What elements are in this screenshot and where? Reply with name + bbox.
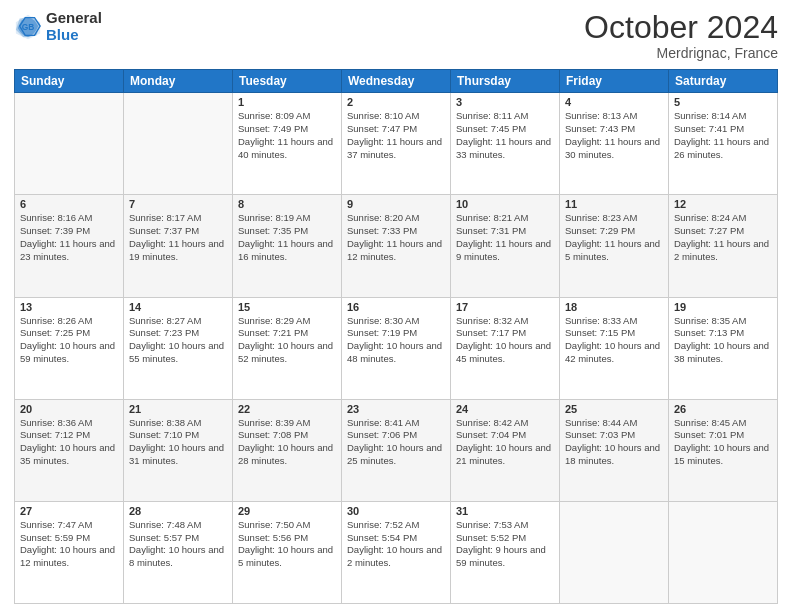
day-info: Sunrise: 7:52 AMSunset: 5:54 PMDaylight:…: [347, 519, 445, 570]
calendar-cell-2-1: 6Sunrise: 8:16 AMSunset: 7:39 PMDaylight…: [15, 195, 124, 297]
col-friday: Friday: [560, 70, 669, 93]
day-number: 27: [20, 505, 118, 517]
day-info: Sunrise: 8:29 AMSunset: 7:21 PMDaylight:…: [238, 315, 336, 366]
day-number: 2: [347, 96, 445, 108]
day-info: Sunrise: 8:19 AMSunset: 7:35 PMDaylight:…: [238, 212, 336, 263]
calendar-cell-3-5: 17Sunrise: 8:32 AMSunset: 7:17 PMDayligh…: [451, 297, 560, 399]
day-info: Sunrise: 8:10 AMSunset: 7:47 PMDaylight:…: [347, 110, 445, 161]
day-info: Sunrise: 8:30 AMSunset: 7:19 PMDaylight:…: [347, 315, 445, 366]
calendar-cell-4-5: 24Sunrise: 8:42 AMSunset: 7:04 PMDayligh…: [451, 399, 560, 501]
calendar-cell-3-3: 15Sunrise: 8:29 AMSunset: 7:21 PMDayligh…: [233, 297, 342, 399]
day-info: Sunrise: 8:16 AMSunset: 7:39 PMDaylight:…: [20, 212, 118, 263]
calendar-week-1: 1Sunrise: 8:09 AMSunset: 7:49 PMDaylight…: [15, 93, 778, 195]
day-info: Sunrise: 8:41 AMSunset: 7:06 PMDaylight:…: [347, 417, 445, 468]
calendar-week-2: 6Sunrise: 8:16 AMSunset: 7:39 PMDaylight…: [15, 195, 778, 297]
day-number: 7: [129, 198, 227, 210]
month-title: October 2024: [584, 10, 778, 45]
day-number: 6: [20, 198, 118, 210]
calendar-cell-1-3: 1Sunrise: 8:09 AMSunset: 7:49 PMDaylight…: [233, 93, 342, 195]
calendar-cell-4-6: 25Sunrise: 8:44 AMSunset: 7:03 PMDayligh…: [560, 399, 669, 501]
day-number: 11: [565, 198, 663, 210]
day-info: Sunrise: 8:20 AMSunset: 7:33 PMDaylight:…: [347, 212, 445, 263]
col-sunday: Sunday: [15, 70, 124, 93]
day-number: 17: [456, 301, 554, 313]
day-number: 28: [129, 505, 227, 517]
logo-blue-text: Blue: [46, 27, 102, 44]
col-monday: Monday: [124, 70, 233, 93]
calendar-cell-4-7: 26Sunrise: 8:45 AMSunset: 7:01 PMDayligh…: [669, 399, 778, 501]
calendar-cell-5-6: [560, 501, 669, 603]
col-saturday: Saturday: [669, 70, 778, 93]
day-number: 14: [129, 301, 227, 313]
calendar-cell-3-2: 14Sunrise: 8:27 AMSunset: 7:23 PMDayligh…: [124, 297, 233, 399]
svg-text:GB: GB: [22, 21, 35, 31]
calendar-cell-3-6: 18Sunrise: 8:33 AMSunset: 7:15 PMDayligh…: [560, 297, 669, 399]
calendar-cell-1-5: 3Sunrise: 8:11 AMSunset: 7:45 PMDaylight…: [451, 93, 560, 195]
day-number: 30: [347, 505, 445, 517]
day-info: Sunrise: 8:23 AMSunset: 7:29 PMDaylight:…: [565, 212, 663, 263]
calendar-week-3: 13Sunrise: 8:26 AMSunset: 7:25 PMDayligh…: [15, 297, 778, 399]
calendar-header-row: Sunday Monday Tuesday Wednesday Thursday…: [15, 70, 778, 93]
day-number: 1: [238, 96, 336, 108]
day-number: 18: [565, 301, 663, 313]
title-block: October 2024 Merdrignac, France: [584, 10, 778, 61]
day-number: 29: [238, 505, 336, 517]
logo-general-text: General: [46, 10, 102, 27]
day-info: Sunrise: 8:24 AMSunset: 7:27 PMDaylight:…: [674, 212, 772, 263]
calendar-cell-5-3: 29Sunrise: 7:50 AMSunset: 5:56 PMDayligh…: [233, 501, 342, 603]
day-info: Sunrise: 8:38 AMSunset: 7:10 PMDaylight:…: [129, 417, 227, 468]
calendar-cell-5-5: 31Sunrise: 7:53 AMSunset: 5:52 PMDayligh…: [451, 501, 560, 603]
day-info: Sunrise: 7:53 AMSunset: 5:52 PMDaylight:…: [456, 519, 554, 570]
day-info: Sunrise: 8:45 AMSunset: 7:01 PMDaylight:…: [674, 417, 772, 468]
calendar-cell-1-4: 2Sunrise: 8:10 AMSunset: 7:47 PMDaylight…: [342, 93, 451, 195]
day-number: 19: [674, 301, 772, 313]
calendar-cell-5-7: [669, 501, 778, 603]
calendar-cell-5-2: 28Sunrise: 7:48 AMSunset: 5:57 PMDayligh…: [124, 501, 233, 603]
day-info: Sunrise: 8:36 AMSunset: 7:12 PMDaylight:…: [20, 417, 118, 468]
calendar-week-5: 27Sunrise: 7:47 AMSunset: 5:59 PMDayligh…: [15, 501, 778, 603]
day-info: Sunrise: 8:39 AMSunset: 7:08 PMDaylight:…: [238, 417, 336, 468]
calendar-cell-2-2: 7Sunrise: 8:17 AMSunset: 7:37 PMDaylight…: [124, 195, 233, 297]
day-info: Sunrise: 7:48 AMSunset: 5:57 PMDaylight:…: [129, 519, 227, 570]
day-number: 23: [347, 403, 445, 415]
header: GB General Blue October 2024 Merdrignac,…: [14, 10, 778, 61]
day-number: 22: [238, 403, 336, 415]
day-number: 10: [456, 198, 554, 210]
calendar-cell-4-4: 23Sunrise: 8:41 AMSunset: 7:06 PMDayligh…: [342, 399, 451, 501]
logo-icon: GB: [14, 13, 42, 41]
day-info: Sunrise: 8:33 AMSunset: 7:15 PMDaylight:…: [565, 315, 663, 366]
day-info: Sunrise: 8:27 AMSunset: 7:23 PMDaylight:…: [129, 315, 227, 366]
day-info: Sunrise: 8:26 AMSunset: 7:25 PMDaylight:…: [20, 315, 118, 366]
calendar-cell-1-1: [15, 93, 124, 195]
day-number: 24: [456, 403, 554, 415]
calendar-cell-4-3: 22Sunrise: 8:39 AMSunset: 7:08 PMDayligh…: [233, 399, 342, 501]
day-number: 21: [129, 403, 227, 415]
day-number: 12: [674, 198, 772, 210]
day-number: 16: [347, 301, 445, 313]
day-number: 26: [674, 403, 772, 415]
day-info: Sunrise: 8:35 AMSunset: 7:13 PMDaylight:…: [674, 315, 772, 366]
day-number: 25: [565, 403, 663, 415]
calendar-cell-3-4: 16Sunrise: 8:30 AMSunset: 7:19 PMDayligh…: [342, 297, 451, 399]
day-info: Sunrise: 8:11 AMSunset: 7:45 PMDaylight:…: [456, 110, 554, 161]
day-info: Sunrise: 8:14 AMSunset: 7:41 PMDaylight:…: [674, 110, 772, 161]
calendar-cell-5-4: 30Sunrise: 7:52 AMSunset: 5:54 PMDayligh…: [342, 501, 451, 603]
calendar-cell-5-1: 27Sunrise: 7:47 AMSunset: 5:59 PMDayligh…: [15, 501, 124, 603]
calendar-cell-4-1: 20Sunrise: 8:36 AMSunset: 7:12 PMDayligh…: [15, 399, 124, 501]
col-thursday: Thursday: [451, 70, 560, 93]
day-number: 9: [347, 198, 445, 210]
logo: GB General Blue: [14, 10, 102, 43]
calendar-week-4: 20Sunrise: 8:36 AMSunset: 7:12 PMDayligh…: [15, 399, 778, 501]
location: Merdrignac, France: [584, 45, 778, 61]
calendar-cell-1-6: 4Sunrise: 8:13 AMSunset: 7:43 PMDaylight…: [560, 93, 669, 195]
logo-text: General Blue: [46, 10, 102, 43]
calendar-cell-2-4: 9Sunrise: 8:20 AMSunset: 7:33 PMDaylight…: [342, 195, 451, 297]
day-number: 3: [456, 96, 554, 108]
page: GB General Blue October 2024 Merdrignac,…: [0, 0, 792, 612]
day-info: Sunrise: 8:09 AMSunset: 7:49 PMDaylight:…: [238, 110, 336, 161]
day-number: 8: [238, 198, 336, 210]
day-number: 20: [20, 403, 118, 415]
calendar-cell-2-5: 10Sunrise: 8:21 AMSunset: 7:31 PMDayligh…: [451, 195, 560, 297]
col-tuesday: Tuesday: [233, 70, 342, 93]
calendar-cell-2-7: 12Sunrise: 8:24 AMSunset: 7:27 PMDayligh…: [669, 195, 778, 297]
